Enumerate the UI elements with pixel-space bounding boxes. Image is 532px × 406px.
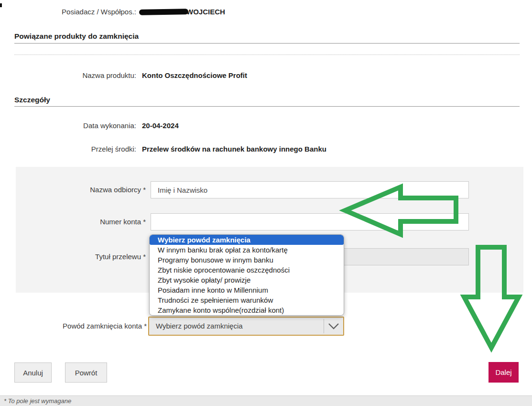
dropdown-option[interactable]: Zbyt wysokie opłaty/ prowizje — [150, 275, 344, 285]
recipient-name-label: Nazwa odbiorcy * — [0, 181, 146, 198]
closing-reason-selected-value: Wybierz powód zamknięcia — [156, 318, 243, 335]
redaction-bar — [139, 9, 188, 15]
dropdown-option[interactable]: Zamykane konto wspólne(rozdział kont) — [150, 305, 344, 315]
execution-date-label: Data wykonania: — [0, 121, 136, 130]
dropdown-option-selected[interactable]: Wybierz powód zamknięcia — [150, 235, 344, 245]
transfer-title-label: Tytuł przelewu * — [0, 248, 146, 265]
redaction-scribble: WOJTCZAK — [141, 8, 185, 16]
select-divider — [324, 319, 324, 333]
transfer-funds-value: Przelew środków na rachunek bankowy inne… — [142, 145, 326, 153]
account-closing-form-page: Posiadacz / Współpos.: WOJTCZAK WOJCIECH… — [0, 0, 532, 406]
section-title-details: Szczegóły — [14, 96, 50, 104]
dropdown-option[interactable]: Trudności ze spełnieniem warunków — [150, 295, 344, 305]
product-name-value: Konto Oszczędnościowe Profit — [142, 71, 247, 79]
reason-dropdown-list: Wybierz powód zamknięcia W innym banku b… — [149, 234, 344, 316]
back-button[interactable]: Powrót — [65, 362, 107, 383]
section-title-related-products: Powiązane produkty do zamknięcia — [14, 32, 139, 41]
dropdown-option[interactable]: Zbyt niskie oprocentowanie oszczędności — [150, 265, 344, 275]
closing-reason-label: Powód zamknięcia konta * — [0, 317, 147, 336]
dropdown-option[interactable]: W innym banku brak opłat za konto/kartę — [150, 245, 344, 255]
footer-bar: * To pole jest wymagane — [0, 395, 532, 406]
holder-visible-name: WOJCIECH — [186, 8, 225, 16]
holder-label: Posiadacz / Współpos.: — [0, 8, 136, 16]
holder-name: WOJTCZAK WOJCIECH — [141, 8, 225, 16]
closing-reason-select[interactable]: Wybierz powód zamknięcia — [148, 317, 344, 336]
execution-date-value: 20-04-2024 — [142, 121, 179, 130]
edge-redaction-artifact — [0, 3, 2, 7]
account-number-label: Numer konta * — [0, 213, 146, 230]
chevron-down-icon — [328, 323, 339, 329]
required-field-note: * To pole jest wymagane — [4, 396, 532, 406]
transfer-funds-label: Przelej środki: — [0, 145, 136, 153]
section-underline — [14, 43, 520, 44]
dotted-divider — [14, 55, 520, 55]
recipient-name-input[interactable] — [151, 181, 469, 198]
section-underline-2 — [14, 106, 520, 107]
account-number-input[interactable] — [151, 213, 469, 230]
cancel-button[interactable]: Anuluj — [14, 362, 52, 383]
dropdown-option[interactable]: Programy bonusowe w innym banku — [150, 255, 344, 265]
next-button[interactable]: Dalej — [489, 362, 519, 383]
product-name-label: Nazwa produktu: — [0, 71, 136, 79]
dropdown-option[interactable]: Posiadam inne konto w Millennium — [150, 285, 344, 295]
